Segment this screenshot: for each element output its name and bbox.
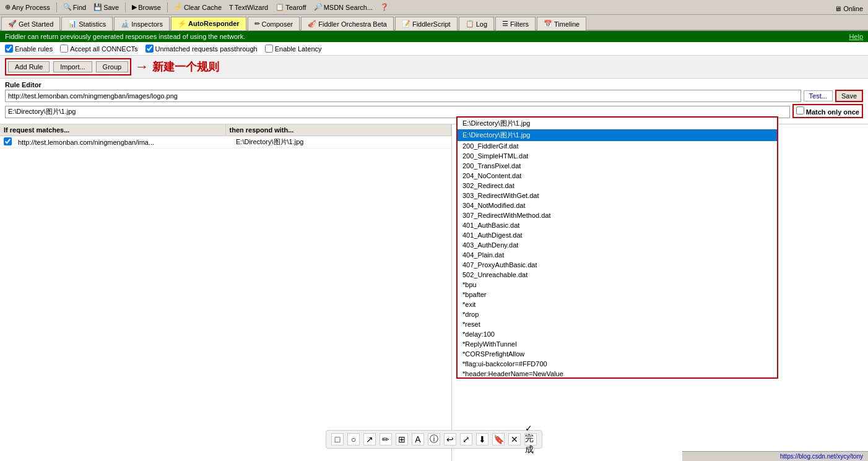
rules-header: If request matches... then respond with.… (0, 124, 451, 136)
test-button[interactable]: Test... (804, 90, 833, 101)
bottom-tool-btn[interactable]: ✏ (380, 433, 392, 446)
tab-inspectors[interactable]: 🔬 Inspectors (114, 17, 170, 30)
monitor-icon: 🖥 (835, 5, 841, 12)
orchestra-icon: 🎻 (308, 20, 316, 28)
find-btn[interactable]: 🔍 Find (61, 2, 89, 12)
browse-icon: ▶ (132, 3, 137, 11)
tab-get-started[interactable]: 🚀 Get Started (1, 17, 60, 30)
save-btn[interactable]: 💾 Save (91, 2, 121, 12)
info-banner: Fiddler can return previously generated … (0, 31, 868, 42)
dropdown-item[interactable]: 407_ProxyAuthBasic.dat (458, 260, 777, 270)
dropdown-item[interactable]: *flag:ui-backcolor=#FFD700 (458, 359, 777, 369)
tab-filters[interactable]: ☰ Filters (495, 17, 536, 30)
dropdown-item[interactable]: 404_Plain.dat (458, 250, 777, 260)
dropdown-item[interactable]: *bpu (458, 280, 777, 290)
sep1 (56, 2, 57, 12)
checkboxes-row: Enable rules Accept all CONNECTs Unmatch… (0, 42, 868, 56)
dropdown-item[interactable]: *ReplyWithTunnel (458, 339, 777, 349)
save-icon: 💾 (93, 3, 102, 11)
bottom-tool-btn[interactable]: ⬇ (476, 433, 488, 446)
bottom-tool-btn[interactable]: 🔖 (492, 433, 505, 446)
sep2 (125, 2, 126, 12)
tab-fiddler-orchestra[interactable]: 🎻 Fiddler Orchestra Beta (301, 17, 394, 30)
unmatched-passthrough-checkbox[interactable]: Unmatched requests passthrough (145, 45, 258, 53)
filters-icon: ☰ (502, 20, 508, 28)
tab-log[interactable]: 📋 Log (459, 17, 494, 30)
dropdown-item[interactable]: 401_AuthBasic.dat (458, 220, 777, 230)
bottom-tool-btn[interactable]: ○ (347, 433, 360, 446)
tab-statistics[interactable]: 📊 Statistics (61, 17, 113, 30)
accept-connects-checkbox[interactable]: Accept all CONNECTs (60, 45, 137, 53)
timeline-icon: 📅 (544, 20, 552, 28)
dropdown-item[interactable]: *CORSPrefightAllow (458, 349, 777, 359)
log-icon: 📋 (466, 20, 474, 28)
bottom-tool-btn[interactable]: ⓘ (428, 433, 440, 446)
dropdown-item[interactable]: 502_Unreachable.dat (458, 270, 777, 280)
textwizard-btn[interactable]: T TextWizard (227, 3, 271, 12)
rule-url-cell: http://test.lemonban.com/ningmengban/ima… (15, 137, 233, 147)
add-rule-button[interactable]: Add Rule (8, 61, 50, 72)
tearoff-icon: 📋 (276, 3, 284, 11)
dropdown-item[interactable]: *header:HeaderName=NewValue (458, 369, 777, 377)
dropdown-item[interactable]: 401_AuthDigest.dat (458, 230, 777, 240)
tab-fiddlerscript[interactable]: 📝 FiddlerScript (395, 17, 458, 30)
question-icon: ❓ (380, 3, 389, 11)
tab-bar: 🚀 Get Started 📊 Statistics 🔬 Inspectors … (0, 15, 868, 31)
url-input[interactable] (5, 90, 801, 102)
inspectors-icon: 🔬 (121, 20, 129, 28)
help-question-btn[interactable]: ❓ (378, 2, 391, 12)
browse-btn[interactable]: ▶ Browse (129, 2, 163, 12)
bottom-tool-btn[interactable]: ⊞ (396, 433, 408, 446)
tab-composer[interactable]: ✏ Composer (248, 17, 300, 30)
msdn-icon: 🔎 (314, 3, 323, 11)
dropdown-list: E:\Directory\图片\1.jpgE:\Directory\图片\1.j… (458, 118, 777, 377)
dropdown-item[interactable]: *delay:100 (458, 329, 777, 339)
dropdown-item[interactable]: E:\Directory\图片\1.jpg (458, 129, 777, 141)
match-once-label[interactable]: Match only once (792, 104, 863, 118)
import-button[interactable]: Import... (53, 61, 92, 72)
bottom-tool-btn[interactable]: ↗ (363, 433, 376, 446)
any-process-btn[interactable]: ⊕ Any Process (2, 2, 53, 12)
statistics-icon: 📊 (68, 20, 77, 28)
bottom-tool-btn[interactable]: ⤢ (460, 433, 472, 446)
textwizard-icon: T (229, 4, 233, 11)
dropdown-item[interactable]: 200_SimpleHTML.dat (458, 151, 777, 161)
tearoff-btn[interactable]: 📋 Tearoff (273, 2, 308, 12)
bottom-tool-btn[interactable]: A (412, 433, 424, 446)
composer-icon: ✏ (254, 20, 260, 28)
table-row[interactable]: http://test.lemonban.com/ningmengban/ima… (0, 136, 451, 149)
online-indicator: 🖥 Online (835, 5, 863, 12)
dropdown-item[interactable]: 200_FiddlerGif.dat (458, 141, 777, 151)
enable-latency-checkbox[interactable]: Enable Latency (265, 45, 322, 53)
dropdown-item[interactable]: 304_NotModified.dat (458, 200, 777, 210)
enable-rules-checkbox[interactable]: Enable rules (5, 45, 53, 53)
save-rule-button[interactable]: Save (835, 90, 863, 102)
msdn-search-btn[interactable]: 🔎 MSDN Search... (311, 2, 375, 12)
bottom-tool-btn[interactable]: ✓完成 (524, 433, 537, 446)
dropdown-item[interactable]: *reset (458, 319, 777, 329)
clear-cache-icon: ⚡ (174, 3, 183, 11)
dropdown-item[interactable]: 200_TransPixel.dat (458, 161, 777, 171)
bottom-toolbar: □○↗✏⊞Aⓘ↩⤢⬇🔖✕✓完成 (326, 430, 542, 449)
tab-autoresponder[interactable]: ⚡ AutoResponder (171, 17, 246, 30)
fiddlerscript-icon: 📝 (402, 20, 410, 28)
bottom-tool-btn[interactable]: ✕ (508, 433, 521, 446)
dropdown-item[interactable]: *exit (458, 299, 777, 309)
bottom-tool-btn[interactable]: □ (331, 433, 344, 446)
dropdown-item[interactable]: 303_RedirectWithGet.dat (458, 191, 777, 200)
arrow-icon: → (135, 59, 149, 75)
dropdown-item[interactable]: *bpafter (458, 290, 777, 299)
tab-timeline[interactable]: 📅 Timeline (537, 17, 586, 30)
find-icon: 🔍 (63, 3, 72, 11)
dropdown-item[interactable]: E:\Directory\图片\1.jpg (458, 118, 777, 129)
if-column-header: If request matches... (0, 124, 226, 136)
dropdown-item[interactable]: 403_AuthDeny.dat (458, 240, 777, 250)
bottom-tool-btn[interactable]: ↩ (444, 433, 456, 446)
dropdown-item[interactable]: 307_RedirectWithMethod.dat (458, 210, 777, 220)
dropdown-item[interactable]: *drop (458, 309, 777, 319)
hint-text: 新建一个规则 (152, 59, 219, 74)
dropdown-item[interactable]: 302_Redirect.dat (458, 181, 777, 191)
group-button[interactable]: Group (96, 61, 129, 72)
dropdown-item[interactable]: 204_NoContent.dat (458, 171, 777, 181)
clear-cache-btn[interactable]: ⚡ Clear Cache (171, 2, 224, 12)
